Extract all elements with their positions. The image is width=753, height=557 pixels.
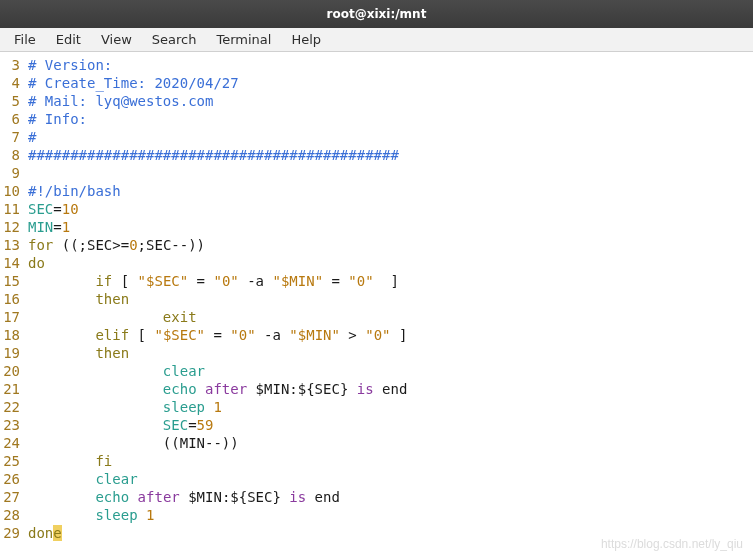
code-content: # Mail: lyq@westos.com bbox=[28, 92, 753, 110]
code-line: 7# bbox=[0, 128, 753, 146]
code-line: 8#######################################… bbox=[0, 146, 753, 164]
code-line: 10#!/bin/bash bbox=[0, 182, 753, 200]
code-content bbox=[28, 164, 753, 182]
line-number: 10 bbox=[0, 182, 28, 200]
code-line: 20 clear bbox=[0, 362, 753, 380]
code-line: 25 fi bbox=[0, 452, 753, 470]
code-line: 6# Info: bbox=[0, 110, 753, 128]
line-number: 20 bbox=[0, 362, 28, 380]
code-content: ########################################… bbox=[28, 146, 753, 164]
code-line: 21 echo after $MIN:${SEC} is end bbox=[0, 380, 753, 398]
code-line: 12MIN=1 bbox=[0, 218, 753, 236]
line-number: 16 bbox=[0, 290, 28, 308]
code-content: elif [ "$SEC" = "0" -a "$MIN" > "0" ] bbox=[28, 326, 753, 344]
code-line: 29done bbox=[0, 524, 753, 542]
menu-file[interactable]: File bbox=[4, 29, 46, 50]
code-line: 5# Mail: lyq@westos.com bbox=[0, 92, 753, 110]
code-content: echo after $MIN:${SEC} is end bbox=[28, 488, 753, 506]
code-content: do bbox=[28, 254, 753, 272]
code-line: 28 sleep 1 bbox=[0, 506, 753, 524]
line-number: 24 bbox=[0, 434, 28, 452]
code-line: 17 exit bbox=[0, 308, 753, 326]
code-content: done bbox=[28, 524, 753, 542]
line-number: 19 bbox=[0, 344, 28, 362]
window-titlebar: root@xixi:/mnt bbox=[0, 0, 753, 28]
code-content: for ((;SEC>=0;SEC--)) bbox=[28, 236, 753, 254]
code-line: 11SEC=10 bbox=[0, 200, 753, 218]
line-number: 7 bbox=[0, 128, 28, 146]
line-number: 23 bbox=[0, 416, 28, 434]
line-number: 27 bbox=[0, 488, 28, 506]
menubar: File Edit View Search Terminal Help bbox=[0, 28, 753, 52]
line-number: 9 bbox=[0, 164, 28, 182]
code-line: 16 then bbox=[0, 290, 753, 308]
line-number: 17 bbox=[0, 308, 28, 326]
code-content: then bbox=[28, 290, 753, 308]
code-content: MIN=1 bbox=[28, 218, 753, 236]
line-number: 29 bbox=[0, 524, 28, 542]
code-content: # Info: bbox=[28, 110, 753, 128]
code-content: sleep 1 bbox=[28, 506, 753, 524]
line-number: 12 bbox=[0, 218, 28, 236]
line-number: 14 bbox=[0, 254, 28, 272]
code-content: clear bbox=[28, 362, 753, 380]
code-content: if [ "$SEC" = "0" -a "$MIN" = "0" ] bbox=[28, 272, 753, 290]
code-content: #!/bin/bash bbox=[28, 182, 753, 200]
code-content: clear bbox=[28, 470, 753, 488]
code-line: 18 elif [ "$SEC" = "0" -a "$MIN" > "0" ] bbox=[0, 326, 753, 344]
code-line: 24 ((MIN--)) bbox=[0, 434, 753, 452]
line-number: 6 bbox=[0, 110, 28, 128]
window-title: root@xixi:/mnt bbox=[327, 7, 427, 21]
menu-search[interactable]: Search bbox=[142, 29, 207, 50]
code-content: fi bbox=[28, 452, 753, 470]
line-number: 13 bbox=[0, 236, 28, 254]
code-line: 23 SEC=59 bbox=[0, 416, 753, 434]
menu-edit[interactable]: Edit bbox=[46, 29, 91, 50]
code-line: 22 sleep 1 bbox=[0, 398, 753, 416]
terminal-editor[interactable]: 3# Version:4# Create_Time: 2020/04/275# … bbox=[0, 52, 753, 546]
menu-terminal[interactable]: Terminal bbox=[206, 29, 281, 50]
code-line: 27 echo after $MIN:${SEC} is end bbox=[0, 488, 753, 506]
code-content: # Version: bbox=[28, 56, 753, 74]
code-content: echo after $MIN:${SEC} is end bbox=[28, 380, 753, 398]
line-number: 15 bbox=[0, 272, 28, 290]
code-content: SEC=10 bbox=[28, 200, 753, 218]
code-content: # bbox=[28, 128, 753, 146]
code-line: 3# Version: bbox=[0, 56, 753, 74]
code-content: exit bbox=[28, 308, 753, 326]
code-content: SEC=59 bbox=[28, 416, 753, 434]
code-line: 9 bbox=[0, 164, 753, 182]
line-number: 11 bbox=[0, 200, 28, 218]
line-number: 22 bbox=[0, 398, 28, 416]
code-line: 14do bbox=[0, 254, 753, 272]
line-number: 3 bbox=[0, 56, 28, 74]
code-content: sleep 1 bbox=[28, 398, 753, 416]
line-number: 21 bbox=[0, 380, 28, 398]
code-line: 15 if [ "$SEC" = "0" -a "$MIN" = "0" ] bbox=[0, 272, 753, 290]
code-content: # Create_Time: 2020/04/27 bbox=[28, 74, 753, 92]
menu-view[interactable]: View bbox=[91, 29, 142, 50]
menu-help[interactable]: Help bbox=[281, 29, 331, 50]
line-number: 5 bbox=[0, 92, 28, 110]
code-line: 13for ((;SEC>=0;SEC--)) bbox=[0, 236, 753, 254]
line-number: 4 bbox=[0, 74, 28, 92]
line-number: 26 bbox=[0, 470, 28, 488]
code-line: 19 then bbox=[0, 344, 753, 362]
code-line: 26 clear bbox=[0, 470, 753, 488]
line-number: 25 bbox=[0, 452, 28, 470]
code-line: 4# Create_Time: 2020/04/27 bbox=[0, 74, 753, 92]
line-number: 18 bbox=[0, 326, 28, 344]
line-number: 8 bbox=[0, 146, 28, 164]
line-number: 28 bbox=[0, 506, 28, 524]
code-content: then bbox=[28, 344, 753, 362]
code-content: ((MIN--)) bbox=[28, 434, 753, 452]
